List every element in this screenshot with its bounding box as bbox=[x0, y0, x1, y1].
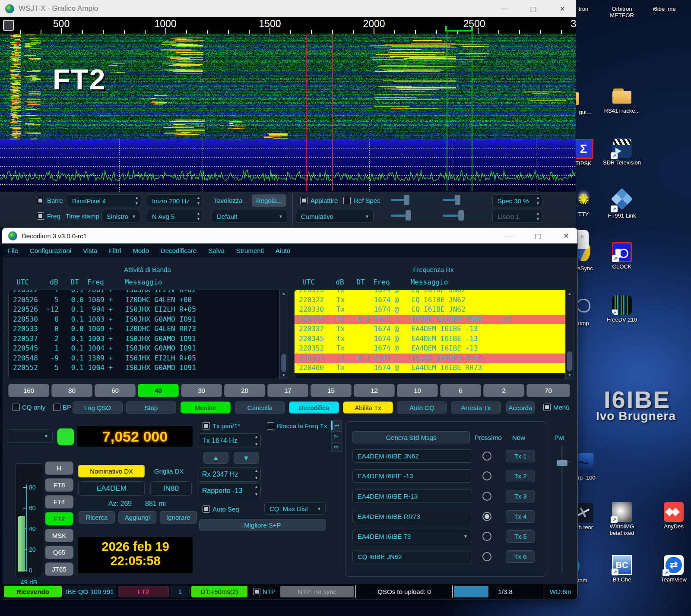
tx2-now-button[interactable]: Tx 2 bbox=[506, 470, 535, 482]
decode-row[interactable]: 220322 Tx 1674 @ CQ I6IBE JN62 bbox=[295, 295, 566, 305]
menu-configurazioni[interactable]: Configurazioni bbox=[30, 247, 71, 254]
tx1-message-field[interactable]: EA4DEM I6IBE JN62 bbox=[352, 449, 472, 463]
decodifica-button[interactable]: Decodifica bbox=[289, 401, 339, 414]
tx2-message-field[interactable]: EA4DEM I6IBE -13 bbox=[352, 469, 472, 483]
decodium-titlebar[interactable]: Decodium 3 v3.0.0-rc1 — ▢ ✕ bbox=[2, 228, 577, 243]
desktop-icon-bitche[interactable]: BC↗ Bit Che bbox=[602, 555, 642, 583]
spinner-arrows-icon[interactable]: ▲▼ bbox=[254, 469, 258, 480]
menu-modo[interactable]: Modo bbox=[133, 247, 149, 254]
band-combo[interactable]: ▼ bbox=[7, 429, 53, 443]
scrollbar[interactable]: ▲ ▼ bbox=[279, 290, 288, 379]
desktop-icon-sdr-television[interactable]: ↗ SDR Television bbox=[602, 138, 642, 166]
abilita-tx-button[interactable]: Abilita Tx bbox=[343, 401, 393, 414]
desktop-icon-wxtoimg[interactable]: ↗ WXtoIMG betaFixed bbox=[602, 502, 642, 536]
mode-jt65[interactable]: JT65 bbox=[45, 562, 73, 576]
desktop-icon-i6ibe-me[interactable]: i6ibe_me bbox=[644, 4, 684, 12]
palette-dropdown[interactable]: Default▼ bbox=[212, 210, 287, 223]
decode-row[interactable]: 220526 5 0.0 1069 + IZ0DHC G4LEN +00 bbox=[9, 295, 280, 305]
tx-even-checkbox[interactable] bbox=[203, 422, 210, 430]
decode-row[interactable]: 220352 Tx 1674 @ EA4DEM I6IBE -13 bbox=[295, 344, 566, 354]
decode-row[interactable]: 220545 1 0.1 1004 + IS0JHX G0AMO IO91 bbox=[9, 344, 280, 354]
start-freq-spinner[interactable]: Inizio 200 Hz▲▼ bbox=[147, 194, 203, 207]
band-2[interactable]: 2 bbox=[483, 384, 524, 397]
menu-file[interactable]: File bbox=[8, 247, 18, 254]
maximize-button[interactable]: ▢ bbox=[521, 0, 545, 17]
tx1-next-radio[interactable] bbox=[482, 452, 491, 461]
cancella-button[interactable]: Cancella bbox=[235, 401, 285, 414]
decode-row[interactable]: 220537 2 0.1 1003 + IS0JHX G0AMO IO91 bbox=[9, 334, 280, 344]
rx-freq-spinner[interactable]: Rx 2347 Hz▲▼ bbox=[197, 467, 261, 482]
desktop-icon-ft991-link[interactable]: ↗ FT991 Link bbox=[602, 189, 642, 219]
cumulativo-dropdown[interactable]: Cumulativo▼ bbox=[296, 210, 374, 223]
msg-tab-1[interactable]: 1 bbox=[331, 420, 342, 430]
ignorare-button[interactable]: Ignorare bbox=[160, 511, 197, 524]
decode-row[interactable]: 220400 Tx 1674 @ EA4DEM I6IBE RR73 bbox=[295, 363, 566, 373]
spinner-arrows-icon[interactable]: ▲▼ bbox=[254, 485, 258, 496]
close-button[interactable]: ✕ bbox=[550, 0, 574, 17]
best-sp-button[interactable]: Migliore S+P bbox=[199, 519, 326, 531]
spinner-arrows-icon[interactable]: ▲▼ bbox=[536, 212, 540, 221]
scroll-up-icon[interactable]: ▲ bbox=[566, 290, 574, 297]
tx4-next-radio[interactable] bbox=[482, 512, 491, 521]
scroll-down-icon[interactable]: ▼ bbox=[280, 372, 288, 379]
scrollbar-thumb[interactable] bbox=[567, 351, 572, 371]
bp-checkbox[interactable] bbox=[53, 404, 60, 411]
cq-mode-dropdown[interactable]: CQ: Max Dist▼ bbox=[264, 502, 326, 515]
ref-spec-checkbox[interactable] bbox=[343, 197, 351, 204]
decode-row[interactable]: 220337 Tx 1674 @ EA4DEM I6IBE -13 bbox=[295, 324, 566, 334]
menu-filtri[interactable]: Filtri bbox=[109, 247, 121, 254]
appiattire-checkbox[interactable] bbox=[300, 197, 307, 204]
decode-row[interactable]: 220315 Tx 1674 @ CQ I6IBE JN62 bbox=[295, 290, 566, 295]
nominativo-dx-button[interactable]: Nominativo DX bbox=[78, 465, 145, 477]
tx4-now-button[interactable]: Tx 4 bbox=[506, 510, 535, 523]
spinner-arrows-icon[interactable]: ▲▼ bbox=[197, 212, 200, 221]
tx3-message-field[interactable]: EA4DEM I6IBE R-13 bbox=[352, 490, 472, 503]
maximize-button[interactable]: ▢ bbox=[526, 228, 550, 243]
menu-vista[interactable]: Vista bbox=[83, 247, 97, 254]
spinner-arrows-icon[interactable]: ▲▼ bbox=[254, 435, 258, 446]
lock-tx-freq-checkbox[interactable] bbox=[267, 422, 274, 430]
freq-checkbox[interactable] bbox=[37, 212, 44, 220]
waterfall-corner-icon[interactable] bbox=[3, 20, 14, 31]
n-avg-spinner[interactable]: N Avg 5▲▼ bbox=[147, 210, 203, 223]
tx4-message-field[interactable]: EA4DEM I6IBE RR73 bbox=[352, 510, 472, 523]
decode-row[interactable]: 220530 0 0.1 1003 + IS0JHX G0AMO IO91 bbox=[9, 315, 280, 325]
gain2-slider[interactable] bbox=[391, 210, 438, 221]
tx6-now-button[interactable]: Tx 6 bbox=[506, 550, 535, 563]
tx-freq-spinner[interactable]: Tx 1674 Hz▲▼ bbox=[197, 433, 261, 448]
mode-ft4[interactable]: FT4 bbox=[45, 495, 73, 509]
pwr-slider-handle[interactable] bbox=[557, 460, 567, 466]
desktop-icon-teamviewer[interactable]: ↗ TeamView bbox=[654, 555, 691, 583]
zero-slider[interactable] bbox=[443, 194, 490, 205]
frequency-ruler[interactable]: 500 1000 1500 2000 2500 3 bbox=[0, 17, 576, 34]
decode-row[interactable]: 220533 0 0.0 1069 + IZ0DHC G4LEN RR73 bbox=[9, 324, 280, 334]
auto-seq-checkbox[interactable] bbox=[203, 505, 210, 513]
band-6[interactable]: 6 bbox=[440, 384, 481, 397]
decode-row[interactable]: 220526 -12 0.1 994 + IS0JHX EI2LH R+05 bbox=[9, 305, 280, 315]
menu-salva[interactable]: Salva bbox=[208, 247, 225, 254]
mode-msk[interactable]: MSK bbox=[45, 529, 73, 542]
msg-tab-3[interactable]: 3 bbox=[331, 442, 342, 452]
decode-row[interactable]: 220333 -13 0.2 2339 + I6IBE EA4DEM IN80 … bbox=[295, 315, 566, 325]
freq-up-button[interactable]: ▲ bbox=[203, 452, 228, 464]
genera-std-msgs-button[interactable]: Genera Std Msgs bbox=[352, 431, 470, 443]
wsjtx-titlebar[interactable]: WSJT-X - Grafico Ampio — ▢ ✕ bbox=[0, 0, 576, 17]
gain-slider[interactable] bbox=[391, 194, 438, 205]
scroll-down-icon[interactable]: ▼ bbox=[566, 372, 574, 379]
desktop-icon-orbitron-meteor[interactable]: Orbitron METEOR bbox=[602, 4, 642, 19]
decode-row[interactable]: 220345 Tx 1674 @ EA4DEM I6IBE -13 bbox=[295, 334, 566, 344]
decode-row[interactable]: 220548 -9 0.1 1389 + IS0JHX EI2LH R+05 bbox=[9, 354, 280, 363]
menu-strumenti[interactable]: Strumenti bbox=[236, 247, 264, 254]
tx5-message-field[interactable]: EA4DEM I6IBE 73▼ bbox=[352, 530, 472, 543]
tx5-now-button[interactable]: Tx 5 bbox=[506, 530, 535, 543]
regola-button[interactable]: Regola... bbox=[252, 194, 286, 207]
close-button[interactable]: ✕ bbox=[554, 228, 578, 243]
zero2-slider[interactable] bbox=[443, 210, 490, 221]
mode-ft8[interactable]: FT8 bbox=[45, 478, 73, 492]
desktop-icon-clock[interactable]: ↗ CLOCK bbox=[602, 242, 642, 270]
cq-only-checkbox[interactable] bbox=[13, 404, 20, 411]
band-70[interactable]: 70 bbox=[526, 384, 570, 397]
spinner-arrows-icon[interactable]: ▲▼ bbox=[197, 196, 200, 205]
tx6-next-radio[interactable] bbox=[482, 552, 491, 561]
mode-ft2[interactable]: FT2 bbox=[45, 512, 73, 525]
